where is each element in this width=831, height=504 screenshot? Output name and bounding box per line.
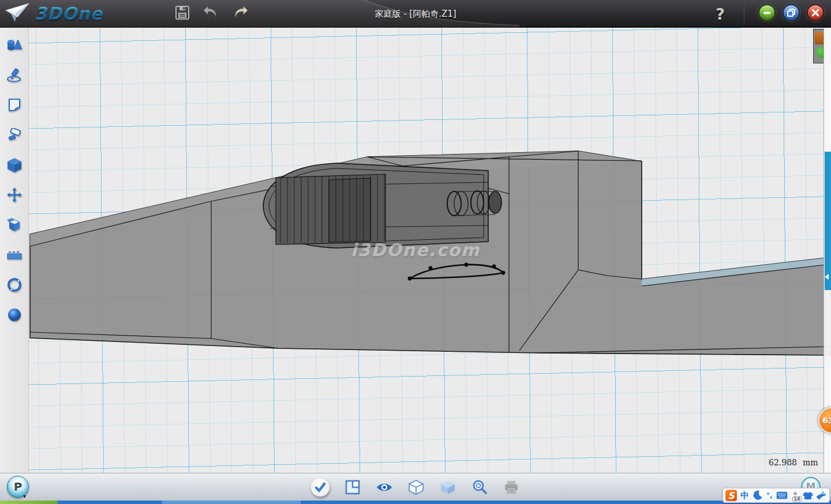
primitives-icon[interactable] xyxy=(5,36,24,54)
taskbar-strip[interactable] xyxy=(0,501,831,504)
move-icon[interactable] xyxy=(5,186,24,204)
community-panel-tab[interactable] xyxy=(813,29,823,63)
person-badge: 14 xyxy=(792,497,801,502)
layout-icon[interactable] xyxy=(344,479,361,496)
punctuation-icon[interactable]: °, xyxy=(766,489,773,502)
taskbar-start-segment xyxy=(0,501,58,504)
document-title: 家庭版 - [阿帕奇.Z1] xyxy=(0,0,831,28)
sphere-icon[interactable] xyxy=(5,306,24,324)
sketch-pen-icon[interactable] xyxy=(5,66,24,84)
right-panel-strip xyxy=(823,28,831,473)
panel-expand-arrow-icon xyxy=(825,274,829,280)
help-button[interactable]: ? xyxy=(710,2,731,25)
settings-wrench-icon[interactable] xyxy=(817,489,826,502)
app-logo: 3DOne xyxy=(5,2,103,24)
shaded-cube-icon[interactable] xyxy=(439,479,456,496)
visibility-eye-icon[interactable] xyxy=(376,479,393,496)
title-bar: 3DOne 家庭 xyxy=(0,0,831,28)
keyboard-icon[interactable] xyxy=(776,489,788,502)
undo-icon[interactable] xyxy=(202,3,220,22)
chinese-mode-icon[interactable]: 中 xyxy=(740,489,749,502)
bottom-toolbar: P ▾ xyxy=(0,473,831,501)
sketch-surface-icon[interactable] xyxy=(5,96,24,114)
section-icon[interactable] xyxy=(5,246,24,264)
person-icon[interactable]: 14 xyxy=(791,489,799,502)
online-status-icon xyxy=(816,47,823,58)
panel-slider-handle[interactable] xyxy=(825,152,831,290)
cube-icon[interactable] xyxy=(5,156,24,174)
confirm-check-icon[interactable] xyxy=(311,478,330,497)
app-window: 3DOne 家庭 xyxy=(0,0,831,504)
restore-icon[interactable] xyxy=(783,4,800,21)
close-icon[interactable] xyxy=(807,4,824,21)
print-icon[interactable] xyxy=(503,479,520,496)
app-name: 3DOne xyxy=(35,3,103,24)
community-avatar-icon xyxy=(815,32,823,44)
measurement-value: 62.988 xyxy=(769,458,797,467)
zoom-magnifier-icon[interactable] xyxy=(471,479,488,496)
ime-bar: S 中 °, 14 xyxy=(723,488,830,503)
taskbar-active-segment xyxy=(162,501,301,504)
minimize-icon[interactable] xyxy=(758,4,776,21)
sogou-logo-icon[interactable]: S xyxy=(725,490,737,501)
wireframe-cube-icon[interactable] xyxy=(407,479,425,496)
eraser-icon[interactable] xyxy=(5,126,24,144)
titlebar-separator xyxy=(744,3,744,24)
combine-icon[interactable] xyxy=(5,216,24,234)
measurement-unit: mm xyxy=(803,458,818,467)
paper-plane-icon xyxy=(5,2,30,24)
moon-icon[interactable] xyxy=(753,489,763,502)
save-icon[interactable] xyxy=(173,3,192,22)
redo-icon[interactable] xyxy=(231,3,249,22)
model-3d[interactable] xyxy=(0,28,831,473)
measurement-readout: 62.988mm xyxy=(769,458,818,467)
viewport-canvas[interactable]: i3DOne.com 62.988mm xyxy=(0,28,831,473)
skin-shirt-icon[interactable] xyxy=(803,489,813,502)
ring-icon[interactable] xyxy=(5,276,24,294)
left-toolbar xyxy=(0,28,29,473)
